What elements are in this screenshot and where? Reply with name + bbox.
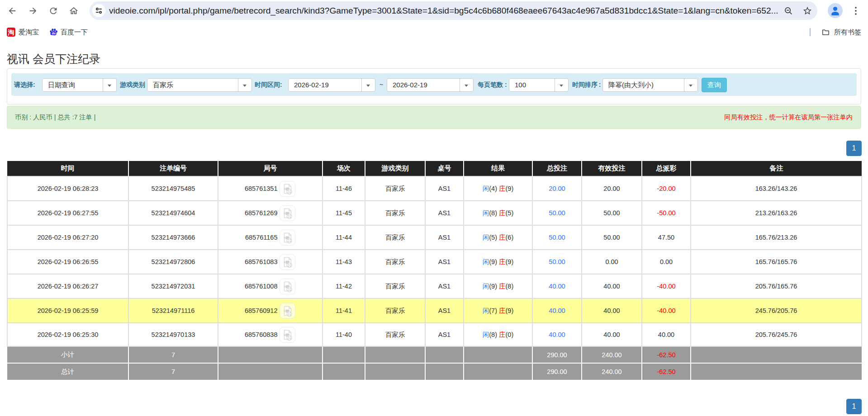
svg-text:du: du xyxy=(52,32,56,35)
